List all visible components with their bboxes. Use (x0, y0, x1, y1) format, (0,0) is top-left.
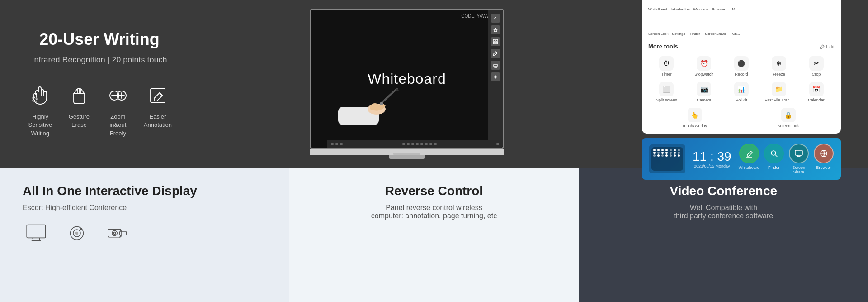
tb-dot-1 (331, 143, 334, 145)
time-block: 11 : 39 2023/08/15 Monday (693, 149, 731, 168)
tb-dot-2 (335, 143, 338, 145)
home-app-finder-label: Finder (768, 165, 780, 170)
tb-dot-7 (416, 143, 419, 145)
bottom-col-2: Reverse Control Panel reverse control wi… (289, 168, 579, 302)
tool-record-icon: ⚫ (734, 56, 749, 71)
app-screenshare-icon (709, 18, 722, 30)
app-ch: Ch... (730, 18, 742, 36)
home-app-icons: Whiteboard Finder Screen Share (739, 144, 834, 174)
feature-sensitive-label: HighlySensitive Writing (27, 113, 53, 138)
bottom-section: All In One Interactive Display Escort Hi… (0, 168, 868, 302)
mini-device (649, 144, 685, 173)
app-intro-icon (674, 0, 687, 6)
app-welcome: Welcome (693, 0, 708, 11)
sidebar-icon-eraser (491, 61, 500, 70)
feature-zoom: Zoom in&outFreely (105, 83, 131, 138)
more-tools-panel: WhiteBoard Introduction Welcome (642, 0, 841, 134)
features-row: HighlySensitive Writing GestureErase (27, 83, 172, 138)
sidebar-icon-pen (491, 49, 500, 58)
tb-dot-5 (407, 143, 410, 145)
tool-camera-label: Camera (697, 98, 711, 102)
app-welcome-icon (694, 0, 707, 6)
bottom-subtitle-1: Escort High-efficient Conference (23, 204, 127, 212)
tool-split-label: Split screen (656, 98, 677, 102)
tool-pollkit-icon: 📊 (734, 82, 749, 96)
svg-rect-28 (734, 22, 738, 26)
tool-calendar-icon: 📅 (809, 82, 824, 96)
tb-dot-3 (340, 143, 343, 145)
app-finder: Finder (689, 18, 701, 36)
svg-rect-18 (494, 64, 497, 67)
tb-dot-8 (420, 143, 423, 145)
tb-dot-10 (429, 143, 432, 145)
svg-point-39 (113, 232, 116, 235)
feature-annotation-label: EasierAnnotation (144, 113, 172, 129)
tool-calendar-label: Calendar (808, 98, 825, 102)
right-content: WhiteBoard Introduction Welcome (633, 0, 841, 180)
app-m-label: M... (732, 7, 738, 11)
svg-point-35 (75, 232, 78, 235)
tool-timer: ⏱ Timer (648, 56, 685, 77)
svg-line-10 (381, 89, 397, 103)
sidebar-icon-apps (491, 37, 500, 46)
app-intro-label: Introduction (671, 7, 690, 11)
home-app-finder: Finder (764, 144, 784, 174)
bottom-subtitle-2: Panel reverse control wirelesscomputer: … (371, 204, 497, 220)
tool-fastfile-icon: 📁 (772, 82, 786, 96)
app-screenshare: ScreenShare (705, 18, 726, 36)
more-tools-title: More tools (648, 43, 678, 50)
tools-grid-2: ⬜ Split screen 📷 Camera 📊 PollKit 📁 Fast… (648, 82, 835, 102)
feature-sensitive: HighlySensitive Writing (27, 83, 53, 138)
bottom-col-1: All In One Interactive Display Escort Hi… (0, 168, 289, 302)
tool-timer-icon: ⏱ (659, 56, 674, 71)
app-screenlock-icon (652, 18, 665, 30)
app-screenlock: Screen Lock (648, 18, 668, 36)
subtitle: Infrared Recognition | 20 points touch (27, 55, 172, 65)
tb-dot-4 (402, 143, 405, 145)
app-screenlock-label: Screen Lock (648, 32, 668, 36)
app-m-icon (729, 0, 741, 6)
home-app-whiteboard: Whiteboard (739, 144, 760, 174)
svg-rect-20 (655, 0, 660, 1)
tb-dot-9 (425, 143, 428, 145)
tools-grid-1: ⏱ Timer ⏰ Stopwatch ⚫ Record ❄ Freeze (648, 56, 835, 77)
home-app-browser-icon (814, 144, 834, 163)
tool-crop-label: Crop (812, 72, 821, 77)
projector-icon (104, 222, 131, 244)
stand-leg (389, 155, 425, 159)
whiteboard-inner: CODE: Y4WWCH Whiteboard (311, 10, 503, 148)
home-app-whiteboard-label: Whiteboard (739, 165, 760, 170)
tool-fastfile-label: Fast File Tran... (765, 98, 793, 102)
tool-stopwatch-label: Stopwatch (694, 72, 713, 77)
bottom-icon-display (23, 222, 50, 244)
app-finder-icon (689, 18, 701, 30)
home-screen-panel: 11 : 39 2023/08/15 Monday Whiteboard (642, 138, 841, 180)
tool-timer-label: Timer (661, 72, 672, 77)
app-intro: Introduction (671, 0, 690, 11)
time-display: 11 : 39 (693, 149, 731, 164)
app-settings-label: Settings (672, 32, 685, 36)
tool-record: ⚫ Record (723, 56, 760, 77)
tools-grid-3: 👆 TouchOverlay 🔒 ScreenLock (648, 108, 835, 128)
bottom-icon-camera (63, 222, 90, 244)
app-row-2: Screen Lock Settings Finder (648, 18, 835, 36)
svg-rect-14 (493, 39, 495, 41)
tool-screenlock-icon: 🔒 (781, 108, 796, 122)
app-whiteboard-label: WhiteBoard (648, 7, 667, 11)
glove-icon (66, 83, 92, 108)
display-icon (23, 222, 50, 244)
svg-rect-17 (496, 42, 498, 44)
whiteboard-stand (310, 149, 504, 155)
tool-crop: ✂ Crop (798, 56, 835, 77)
tool-touchoverlay-label: TouchOverlay (682, 124, 707, 128)
app-ch-icon (730, 18, 742, 30)
bottom-title-2: Reverse Control (385, 184, 483, 198)
tool-touchoverlay: 👆 TouchOverlay (648, 108, 741, 128)
wb-sidebar (488, 10, 503, 140)
tool-record-label: Record (735, 72, 748, 77)
tool-fastfile: 📁 Fast File Tran... (760, 82, 797, 102)
svg-rect-15 (496, 39, 498, 41)
app-welcome-label: Welcome (693, 7, 708, 11)
annotation-icon (145, 83, 170, 108)
svg-rect-23 (733, 0, 737, 2)
